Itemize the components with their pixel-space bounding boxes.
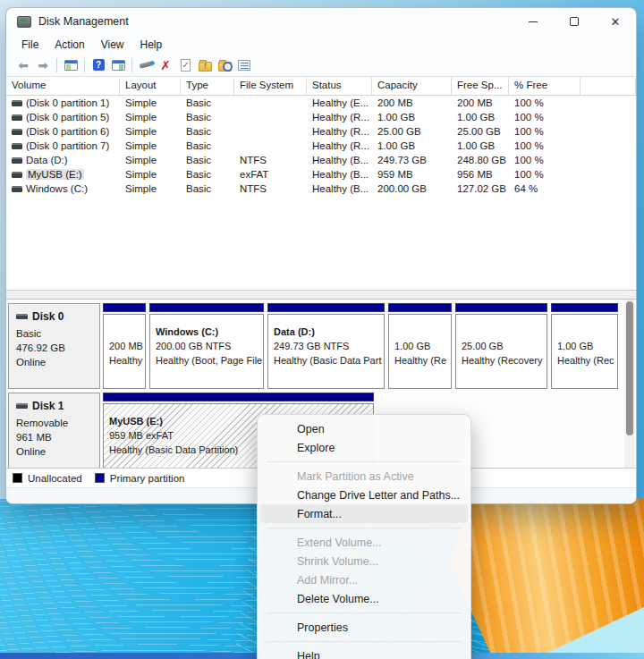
column-capacity[interactable]: Capacity [372, 78, 452, 95]
vertical-scrollbar[interactable] [624, 300, 635, 468]
disk-icon [16, 314, 28, 319]
forward-icon: ➡ [38, 58, 48, 72]
refresh-icon [140, 61, 153, 68]
primary-partition-bar [388, 303, 452, 312]
column-free-space[interactable]: Free Sp... [452, 78, 509, 95]
mark-active-icon [181, 59, 191, 72]
column-file-system[interactable]: File System [234, 78, 307, 95]
menu-item-help[interactable]: Help [260, 646, 468, 659]
explore-button[interactable] [215, 56, 234, 74]
column-type[interactable]: Type [181, 78, 234, 95]
delete-volume-button[interactable]: ✗ [156, 56, 175, 74]
forward-button[interactable]: ➡ [33, 56, 53, 74]
primary-partition-bar [149, 303, 264, 312]
volume-icon [12, 114, 22, 121]
back-icon: ⬅ [18, 58, 29, 72]
help-button[interactable]: ? [89, 56, 108, 74]
legend-unallocated-label: Unallocated [28, 473, 82, 484]
table-row[interactable]: (Disk 0 partition 5) Simple Basic Health… [6, 110, 636, 124]
disk-icon [16, 403, 28, 409]
table-row-selected[interactable]: MyUSB (E:) Simple Basic exFAT Healthy (B… [6, 167, 636, 182]
properties-button[interactable] [234, 56, 254, 74]
primary-partition-bar [551, 303, 618, 312]
maximize-button[interactable] [554, 8, 595, 35]
disk0-row: Disk 0 Basic 476.92 GB Online 200 MB Hea… [8, 303, 625, 389]
disk1-info-box[interactable]: Disk 1 Removable 961 MB Online [8, 393, 100, 469]
show-console-tree-button[interactable] [61, 56, 80, 74]
volume-icon [12, 157, 22, 164]
back-button[interactable]: ⬅ [13, 56, 33, 74]
desktop: Disk Management ✕ File Action View Help … [0, 0, 644, 659]
menu-item-extend-volume: Extend Volume... [260, 533, 468, 552]
properties-list-icon [238, 60, 250, 71]
volume-icon [12, 100, 22, 106]
context-menu: Open Explore Mark Partition as Active Ch… [257, 414, 471, 659]
menu-separator [267, 641, 462, 642]
menu-separator [267, 461, 462, 462]
column-status[interactable]: Status [307, 78, 372, 95]
menu-action[interactable]: Action [47, 37, 92, 53]
toolbar: ⬅ ➡ ? ✗ [6, 54, 636, 77]
disk-management-app-icon [17, 16, 31, 28]
unallocated-swatch [13, 473, 22, 483]
explore-folder-icon [218, 62, 232, 72]
maximize-icon [570, 17, 579, 26]
pane-splitter[interactable] [6, 290, 636, 300]
menu-help[interactable]: Help [132, 37, 171, 53]
window-title: Disk Management [38, 15, 129, 28]
primary-partition-bar [267, 303, 385, 312]
primary-partition-bar [455, 303, 547, 312]
menu-item-format[interactable]: Format... [260, 504, 468, 523]
legend-primary-label: Primary partition [110, 473, 185, 484]
disk0-info-box[interactable]: Disk 0 Basic 476.92 GB Online [8, 303, 100, 389]
volume-list: Volume Layout Type File System Status Ca… [6, 78, 636, 290]
menu-item-explore[interactable]: Explore [260, 438, 468, 457]
minimize-icon [529, 21, 538, 22]
table-row[interactable]: (Disk 0 partition 6) Simple Basic Health… [6, 124, 636, 139]
help-icon: ? [93, 59, 105, 71]
volume-icon [12, 172, 22, 178]
close-button[interactable]: ✕ [595, 8, 636, 35]
volume-icon [12, 129, 22, 135]
table-row[interactable]: (Disk 0 partition 1) Simple Basic Health… [6, 96, 636, 110]
volume-list-header: Volume Layout Type File System Status Ca… [6, 78, 636, 96]
close-icon: ✕ [611, 16, 621, 28]
menu-item-shrink-volume: Shrink Volume... [260, 552, 468, 570]
menu-item-change-drive-letter[interactable]: Change Drive Letter and Paths... [260, 486, 468, 504]
menu-item-add-mirror: Add Mirror... [260, 570, 468, 589]
menu-item-mark-partition-active: Mark Partition as Active [260, 467, 468, 486]
primary-partition-bar [103, 303, 146, 312]
menu-item-delete-volume[interactable]: Delete Volume... [260, 589, 468, 608]
show-action-pane-button[interactable] [108, 56, 128, 74]
partition-block[interactable]: 25.00 GB Healthy (Recovery [455, 303, 547, 389]
partition-block-data-d[interactable]: Data (D:) 249.73 GB NTFS Healthy (Basic … [267, 303, 385, 389]
menu-item-properties[interactable]: Properties [260, 618, 468, 637]
menu-view[interactable]: View [93, 37, 132, 53]
scrollbar-thumb[interactable] [626, 301, 633, 435]
menu-separator [267, 613, 462, 613]
primary-partition-swatch [95, 473, 105, 483]
partition-block-windows-c[interactable]: Windows (C:) 200.00 GB NTFS Healthy (Boo… [149, 303, 264, 389]
volume-icon [12, 186, 22, 192]
volume-icon [12, 143, 22, 149]
menu-bar: File Action View Help [6, 35, 636, 54]
table-row[interactable]: (Disk 0 partition 7) Simple Basic Health… [6, 139, 636, 153]
partition-block[interactable]: 1.00 GB Healthy (Rec [551, 303, 618, 389]
mark-active-button[interactable] [175, 56, 195, 74]
column-volume[interactable]: Volume [6, 78, 120, 95]
partition-block[interactable]: 1.00 GB Healthy (Re [388, 303, 452, 389]
refresh-button[interactable] [136, 56, 156, 74]
menu-item-open[interactable]: Open [260, 419, 468, 438]
partition-block[interactable]: 200 MB Healthy [103, 303, 146, 389]
minimize-button[interactable] [513, 8, 554, 35]
menu-file[interactable]: File [13, 37, 47, 53]
table-row[interactable]: Windows (C:) Simple Basic NTFS Healthy (… [6, 182, 636, 196]
title-bar[interactable]: Disk Management ✕ [6, 8, 636, 35]
column-blank[interactable] [580, 78, 636, 95]
primary-partition-bar [103, 393, 374, 401]
column-layout[interactable]: Layout [120, 78, 181, 95]
open-button[interactable] [195, 56, 215, 74]
table-row[interactable]: Data (D:) Simple Basic NTFS Healthy (B..… [6, 153, 636, 167]
delete-volume-icon: ✗ [160, 58, 171, 72]
column-pct-free[interactable]: % Free [509, 78, 580, 95]
